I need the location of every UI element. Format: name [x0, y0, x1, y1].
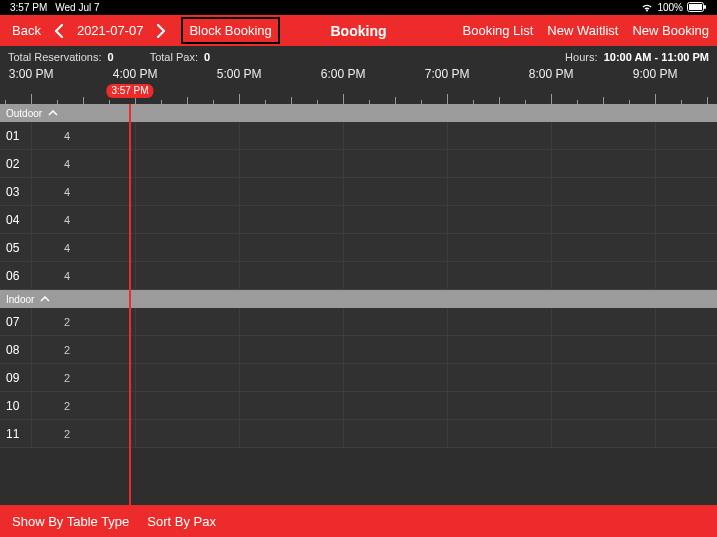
table-id: 02	[0, 157, 28, 171]
row-grid[interactable]	[78, 150, 717, 177]
time-label: 4:00 PM	[113, 67, 158, 81]
table-capacity: 4	[28, 130, 78, 142]
row-grid[interactable]	[78, 308, 717, 335]
page-title: Booking	[331, 23, 387, 39]
table-id: 01	[0, 129, 28, 143]
table-row[interactable]: 112	[0, 420, 717, 448]
battery-percent: 100%	[657, 2, 683, 13]
new-booking-button[interactable]: New Booking	[632, 23, 709, 38]
status-date: Wed Jul 7	[55, 2, 99, 13]
time-label: 5:00 PM	[217, 67, 262, 81]
time-label: 3:00 PM	[9, 67, 54, 81]
table-capacity: 2	[28, 316, 78, 328]
table-capacity: 2	[28, 372, 78, 384]
table-row[interactable]: 014	[0, 122, 717, 150]
row-grid[interactable]	[78, 364, 717, 391]
next-date-button[interactable]	[155, 23, 167, 39]
table-row[interactable]: 072	[0, 308, 717, 336]
show-by-table-type-button[interactable]: Show By Table Type	[12, 514, 129, 529]
time-header: 3:00 PM4:00 PM5:00 PM6:00 PM7:00 PM8:00 …	[0, 67, 717, 84]
table-id: 06	[0, 269, 28, 283]
wifi-icon	[641, 3, 653, 12]
table-capacity: 4	[28, 186, 78, 198]
table-id: 10	[0, 399, 28, 413]
row-grid[interactable]	[78, 206, 717, 233]
table-row[interactable]: 054	[0, 234, 717, 262]
sort-by-pax-button[interactable]: Sort By Pax	[147, 514, 216, 529]
status-bar: 3:57 PM Wed Jul 7 100%	[0, 0, 717, 15]
row-grid[interactable]	[78, 420, 717, 447]
table-id: 11	[0, 427, 28, 441]
row-grid[interactable]	[78, 336, 717, 363]
prev-date-button[interactable]	[53, 23, 65, 39]
table-capacity: 4	[28, 158, 78, 170]
table-id: 09	[0, 371, 28, 385]
table-id: 04	[0, 213, 28, 227]
table-row[interactable]: 082	[0, 336, 717, 364]
table-id: 08	[0, 343, 28, 357]
back-button[interactable]: Back	[8, 19, 45, 42]
total-reservations-value: 0	[108, 51, 114, 63]
table-row[interactable]: 044	[0, 206, 717, 234]
time-label: 7:00 PM	[425, 67, 470, 81]
table-row[interactable]: 064	[0, 262, 717, 290]
table-row[interactable]: 092	[0, 364, 717, 392]
total-reservations-label: Total Reservations:	[8, 51, 102, 63]
svg-rect-2	[704, 5, 706, 9]
table-id: 05	[0, 241, 28, 255]
table-row[interactable]: 034	[0, 178, 717, 206]
summary-bar: Total Reservations: 0 Total Pax: 0 Hours…	[0, 46, 717, 67]
new-waitlist-button[interactable]: New Waitlist	[547, 23, 618, 38]
status-time: 3:57 PM	[10, 2, 47, 13]
section-name: Indoor	[6, 294, 34, 305]
table-row[interactable]: 102	[0, 392, 717, 420]
table-capacity: 4	[28, 214, 78, 226]
chevron-up-icon	[48, 110, 58, 116]
table-capacity: 4	[28, 270, 78, 282]
total-pax-value: 0	[204, 51, 210, 63]
date-picker[interactable]: 2021-07-07	[73, 23, 148, 38]
table-capacity: 4	[28, 242, 78, 254]
battery-icon	[687, 2, 707, 14]
chevron-up-icon	[40, 296, 50, 302]
time-label: 8:00 PM	[529, 67, 574, 81]
now-time-badge: 3:57 PM	[106, 84, 153, 98]
row-grid[interactable]	[78, 178, 717, 205]
table-row[interactable]: 024	[0, 150, 717, 178]
table-capacity: 2	[28, 400, 78, 412]
now-time-line	[129, 104, 131, 505]
table-id: 03	[0, 185, 28, 199]
total-pax-label: Total Pax:	[150, 51, 198, 63]
timeline-body[interactable]: Outdoor014024034044054064Indoor072082092…	[0, 104, 717, 505]
row-grid[interactable]	[78, 392, 717, 419]
table-id: 07	[0, 315, 28, 329]
section-header[interactable]: Indoor	[0, 290, 717, 308]
row-grid[interactable]	[78, 262, 717, 289]
hours-label: Hours:	[565, 51, 597, 63]
block-booking-button[interactable]: Block Booking	[181, 17, 279, 44]
svg-rect-1	[689, 4, 702, 10]
booking-list-button[interactable]: Booking List	[463, 23, 534, 38]
row-grid[interactable]	[78, 234, 717, 261]
time-label: 6:00 PM	[321, 67, 366, 81]
section-name: Outdoor	[6, 108, 42, 119]
timeline[interactable]: 3:00 PM4:00 PM5:00 PM6:00 PM7:00 PM8:00 …	[0, 67, 717, 505]
app-header: Back 2021-07-07 Block Booking Booking Bo…	[0, 15, 717, 46]
row-grid[interactable]	[78, 122, 717, 149]
hours-value: 10:00 AM - 11:00 PM	[604, 51, 709, 63]
time-label: 9:00 PM	[633, 67, 678, 81]
table-capacity: 2	[28, 344, 78, 356]
footer-bar: Show By Table Type Sort By Pax	[0, 505, 717, 537]
section-header[interactable]: Outdoor	[0, 104, 717, 122]
table-capacity: 2	[28, 428, 78, 440]
